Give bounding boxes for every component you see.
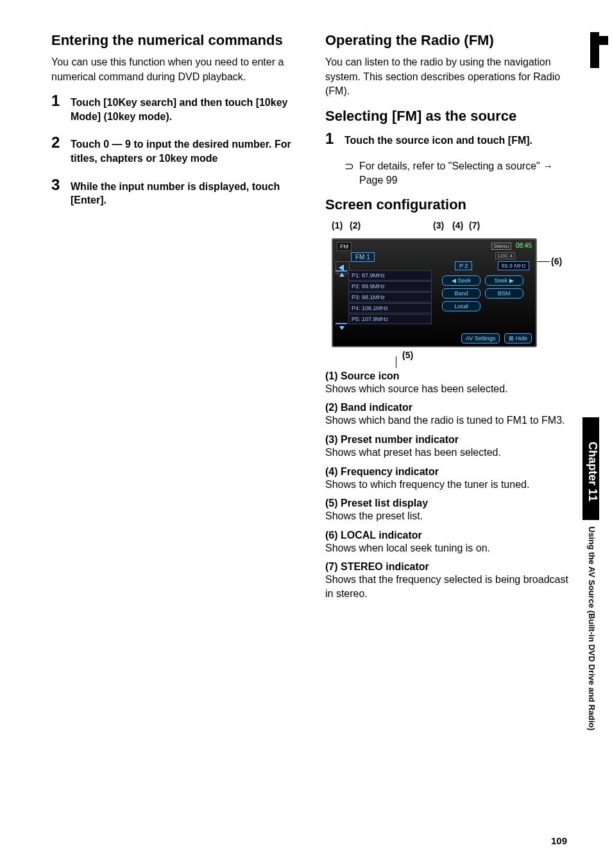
preset-number-indicator: P 2 [455, 261, 472, 270]
reference-text: For details, refer to "Selecting a sourc… [359, 159, 553, 188]
arrow-icon: → [543, 161, 553, 171]
av-settings-button[interactable]: AV Settings [461, 333, 500, 343]
callout-3: (3) [433, 220, 452, 230]
chapter-label: Chapter 11 [582, 417, 599, 520]
preset-row[interactable]: P1: 87.9MHz [348, 270, 432, 281]
desc-heading: (3) Preset number indicator [325, 434, 574, 446]
desc-heading: (2) Band indicator [325, 402, 574, 413]
desc-body: Shows to which frequency the tuner is tu… [325, 478, 574, 492]
left-column: Entering the numerical commands You can … [51, 32, 300, 607]
step-number: 1 [51, 93, 64, 108]
step-2: 2 Touch 0 — 9 to input the desired numbe… [51, 135, 300, 165]
clock: 08:45 [516, 242, 532, 249]
lead-line [396, 356, 396, 368]
bsm-button[interactable]: BSM [485, 288, 523, 299]
heading-selecting-fm: Selecting [FM] as the source [325, 108, 574, 125]
callout-1: (1) [332, 220, 350, 230]
callout-2: (2) [350, 220, 433, 230]
step-number: 3 [51, 177, 64, 193]
preset-row[interactable]: P5: 107.9MHz [348, 314, 432, 324]
control-buttons: ◀ Seek Seek ▶ Band BSM Local [441, 274, 531, 313]
callout-5: (5) [402, 350, 574, 360]
preset-row[interactable]: P2: 89.9MHz [348, 281, 432, 291]
seek-down-button[interactable]: ◀ Seek [442, 275, 480, 286]
preset-down-button[interactable] [336, 323, 347, 324]
callout-6: (6) [551, 256, 562, 266]
desc-heading: (1) Source icon [325, 370, 574, 382]
desc-body: Shows which source has been selected. [325, 382, 574, 396]
desc-body: Shows which band the radio is tuned to F… [325, 413, 574, 428]
desc-body: Shows what preset has been selected. [325, 446, 574, 460]
heading-operating-radio: Operating the Radio (FM) [325, 32, 574, 49]
seek-up-button[interactable]: Seek ▶ [485, 275, 523, 286]
heading-numerical-commands: Entering the numerical commands [51, 32, 300, 49]
frequency-indicator: 89.9 MHz [498, 261, 529, 270]
intro-operating-radio: You can listen to the radio by using the… [325, 55, 574, 98]
step-1: 1 Touch [10Key search] and then touch [1… [51, 93, 300, 123]
preset-row[interactable]: P4: 106.1MHz [348, 303, 432, 313]
desc-heading: (6) LOCAL indicator [325, 530, 574, 541]
local-indicator: LOC 4 [495, 252, 515, 259]
screen-diagram: (1) (2) (3) (4) (7) (6) [325, 220, 574, 360]
stereo-indicator: Stereo [491, 243, 512, 250]
step-3: 3 While the input number is displayed, t… [51, 177, 300, 207]
callout-4: (4) [452, 220, 469, 230]
desc-heading: (7) STEREO indicator [325, 561, 574, 573]
step-select-fm: 1 Touch the source icon and touch [FM]. [325, 131, 574, 148]
reference-icon: ⊃ [344, 159, 354, 174]
desc-body: Shows the preset list. [325, 509, 574, 523]
desc-heading: (4) Frequency indicator [325, 466, 574, 478]
av-label: AV [590, 44, 600, 55]
intro-numerical-commands: You can use this function when you need … [51, 55, 300, 84]
step-text: Touch the source icon and touch [FM]. [344, 131, 532, 148]
preset-row[interactable]: P3: 98.1MHz [348, 292, 432, 302]
step-text: While the input number is displayed, tou… [71, 177, 300, 207]
desc-stereo-indicator: (7) STEREO indicator Shows that the freq… [325, 561, 574, 600]
desc-body: Shows when local seek tuning is on. [325, 541, 574, 555]
callout-7: (7) [469, 220, 480, 230]
source-icon[interactable]: FM [337, 242, 352, 251]
heading-screen-config: Screen configuration [325, 196, 574, 213]
desc-preset-list: (5) Preset list display Shows the preset… [325, 498, 574, 523]
desc-frequency: (4) Frequency indicator Shows to which f… [325, 466, 574, 492]
reference-label: For details, refer to "Selecting a sourc… [359, 161, 543, 171]
hide-button[interactable]: ⊠ Hide [504, 333, 532, 343]
step-text: Touch 0 — 9 to input the desired number.… [71, 135, 300, 165]
radio-screen: FM FM 1 Stereo 08:45 LOC 4 P 2 89.9 MHz [332, 238, 537, 347]
local-button[interactable]: Local [442, 301, 480, 311]
reference-page: Page 99 [359, 175, 398, 186]
desc-band-indicator: (2) Band indicator Shows which band the … [325, 402, 574, 428]
band-indicator: FM 1 [351, 252, 375, 262]
step-text: Touch [10Key search] and then touch [10k… [71, 93, 300, 123]
preset-list: P1: 87.9MHz P2: 89.9MHz P3: 98.1MHz P4: … [336, 270, 432, 325]
chapter-subtitle: Using the AV Source (Built-in DVD Drive … [587, 526, 597, 731]
desc-local-indicator: (6) LOCAL indicator Shows when local see… [325, 530, 574, 555]
step-number: 1 [325, 131, 338, 146]
desc-body: Shows that the frequency selected is bei… [325, 573, 574, 600]
cross-reference: ⊃ For details, refer to "Selecting a sou… [344, 159, 574, 188]
page-number: 109 [551, 835, 567, 846]
desc-source-icon: (1) Source icon Shows which source has b… [325, 370, 574, 396]
desc-heading: (5) Preset list display [325, 498, 574, 509]
desc-preset-number: (3) Preset number indicator Shows what p… [325, 434, 574, 460]
step-number: 2 [51, 135, 64, 150]
side-tab: AV Chapter 11 Using the AV Source (Built… [580, 32, 599, 803]
preset-up-button[interactable] [336, 270, 347, 272]
right-column: Operating the Radio (FM) You can listen … [325, 32, 574, 607]
band-button[interactable]: Band [442, 288, 480, 299]
